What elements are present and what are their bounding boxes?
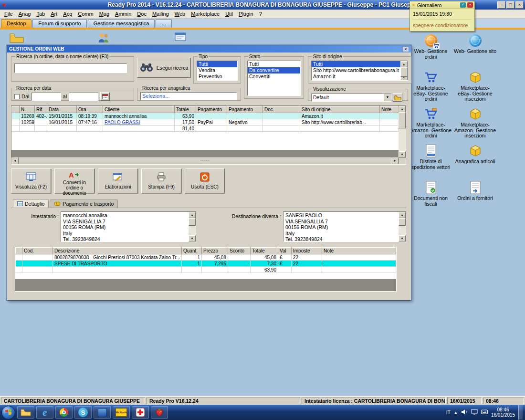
volume-icon[interactable] <box>461 409 468 416</box>
column-header[interactable] <box>16 248 22 254</box>
taskbar-internet-explorer-button[interactable]: e <box>36 406 53 419</box>
stampa-button[interactable]: Stampa (F9) <box>141 168 181 193</box>
menu-item[interactable]: Ammin <box>112 10 134 18</box>
column-header[interactable]: Rif. <box>35 106 47 113</box>
taskbar-redcross-button[interactable] <box>132 406 149 419</box>
tray-expand-icon[interactable]: ▲ <box>454 410 458 415</box>
orders-vertical-scrollbar[interactable]: ▲ ▼ <box>399 106 406 158</box>
visualizzazione-combo[interactable]: Default ▼ <box>311 94 391 102</box>
menu-item[interactable]: Marketplace <box>188 10 222 18</box>
listbox-option[interactable]: Amazon.de <box>312 80 400 80</box>
column-header[interactable]: Sito di origine <box>300 106 380 113</box>
listbox-option[interactable]: Preventivo <box>197 74 237 80</box>
menu-item[interactable]: Comm <box>75 10 96 18</box>
listbox-option[interactable]: Da convertire <box>248 67 300 74</box>
workspace-tab[interactable]: Forum di supporto <box>32 19 86 28</box>
column-header[interactable]: Pagamento <box>227 106 263 113</box>
data-dal-input[interactable] <box>32 93 61 101</box>
search-input[interactable] <box>14 63 127 73</box>
customer-link-cell[interactable]: PAOLO GRASSI <box>103 119 175 126</box>
taskbar-explorer-button[interactable] <box>17 406 34 419</box>
toolbar-folder-icon[interactable] <box>10 32 24 44</box>
minimize-icon[interactable]: – <box>497 1 505 9</box>
column-header[interactable]: Pagamento <box>196 106 227 113</box>
column-header[interactable]: Sconto <box>228 248 251 254</box>
column-header[interactable]: N. <box>20 106 35 113</box>
anagrafica-select[interactable]: Seleziona... <box>140 92 237 100</box>
desktop-icon-amazon-gestione-inserzioni[interactable]: Marketplace- Amazon- Gestione inserzioni <box>454 107 497 144</box>
listbox-option[interactable]: Amazon.it <box>312 74 400 80</box>
column-header[interactable]: Cliente <box>103 106 175 113</box>
scroll-up-icon[interactable]: ▲ <box>400 61 408 67</box>
workspace-tab[interactable]: Gestione messaggistica <box>88 19 155 28</box>
column-header[interactable]: Totale <box>251 248 278 254</box>
menu-item[interactable]: ? <box>256 10 265 18</box>
intestatario-textarea[interactable]: mannocchi annalisa VIA SENIGALLIA 7 0015… <box>61 211 196 242</box>
desktop-icon-web-gestione-ordini[interactable]: Web- Gestione ordini <box>410 33 452 70</box>
destinazione-textarea[interactable]: SANESI PAOLO VIA SENIGALLIA 7 00156 ROMA… <box>283 211 406 242</box>
menu-item[interactable]: Art <box>48 10 60 18</box>
menu-item[interactable]: File <box>1 10 16 18</box>
start-button[interactable] <box>1 406 15 420</box>
intestatario-scrollbar[interactable]: ▲ ▼ <box>189 212 196 242</box>
dialog-close-icon[interactable]: × <box>402 46 409 52</box>
table-row[interactable]: SPESE DI TRASPORTO17,2957,30€22 <box>16 261 396 267</box>
menu-item[interactable]: Tab <box>33 10 48 18</box>
converti-button[interactable]: A Converti in ordine o documento <box>54 168 94 193</box>
chevron-down-icon[interactable]: ▼ <box>384 94 391 101</box>
scroll-up-icon[interactable]: ▲ <box>399 106 406 112</box>
column-header[interactable]: Data <box>47 106 77 113</box>
column-header[interactable]: Ora <box>77 106 103 113</box>
column-header[interactable]: Imposte <box>292 248 322 254</box>
visualizza-button[interactable]: Visualizza (F2) <box>11 168 51 193</box>
show-desktop-button[interactable] <box>518 405 523 420</box>
menu-item[interactable]: Mag <box>96 10 112 18</box>
scroll-left-icon[interactable]: ◄ <box>11 158 19 164</box>
column-header[interactable]: Val <box>278 248 292 254</box>
column-header[interactable]: Descrizione <box>53 248 182 254</box>
taskbar-strawberry-button[interactable] <box>151 406 168 419</box>
scroll-down-icon[interactable]: ▼ <box>399 235 406 242</box>
scroll-up-icon[interactable]: ▲ <box>189 212 196 218</box>
listbox-option[interactable]: Tutti <box>312 61 400 67</box>
close-icon[interactable]: × <box>515 1 524 9</box>
esegui-ricerca-button[interactable]: Esegui ricerca <box>137 58 190 78</box>
destinazione-scrollbar[interactable]: ▲ ▼ <box>399 212 406 242</box>
column-header[interactable]: Quant. <box>182 248 202 254</box>
toolbar-contacts-icon[interactable] <box>97 32 110 44</box>
column-header[interactable] <box>12 106 20 113</box>
scroll-right-icon[interactable]: ► <box>391 158 399 164</box>
dal-checkbox[interactable] <box>14 94 20 99</box>
language-indicator[interactable]: IT <box>446 410 451 415</box>
column-header[interactable]: Doc. <box>263 106 300 113</box>
sito-scrollbar[interactable]: ▲ ▼ <box>400 61 408 80</box>
tab-dettaglio[interactable]: Dettaglio <box>13 199 49 208</box>
taskbar-chrome-button[interactable] <box>55 406 73 419</box>
uscita-button[interactable]: Uscita (ESC) <box>185 168 225 193</box>
scroll-thumb[interactable]: ····· <box>19 158 391 164</box>
scroll-thumb[interactable] <box>399 112 406 128</box>
desktop-icon-ebay-gestione-ordini[interactable]: Marketplace- eBay- Gestione ordini <box>410 70 452 107</box>
desktop-icon-web-gestione-sito[interactable]: Web- Gestione sito <box>454 33 497 70</box>
keyboard-icon[interactable] <box>481 410 488 415</box>
scroll-down-icon[interactable]: ▼ <box>189 235 196 242</box>
reminder-header[interactable]: ☀ Giornaliero ✓ × <box>410 1 474 9</box>
column-header[interactable]: Cod. <box>22 248 53 254</box>
menu-item[interactable]: Doc <box>134 10 149 18</box>
maximize-icon[interactable]: □ <box>506 1 514 9</box>
listbox-option[interactable]: Tutti <box>248 61 300 67</box>
desktop-icon-distinte-spedizione[interactable]: Distinte di spedizione vettori <box>410 144 452 180</box>
desktop-icon-amazon-gestione-ordini[interactable]: Marketplace- Amazon- Gestione ordini <box>410 107 452 144</box>
workspace-tab[interactable]: Desktop <box>1 19 32 28</box>
listbox-option[interactable]: Tutti <box>197 61 237 67</box>
reminder-close-icon[interactable]: × <box>467 2 473 8</box>
scroll-thumb[interactable] <box>399 218 406 226</box>
scroll-thumb[interactable] <box>189 218 196 226</box>
calendar-button[interactable] <box>100 92 110 101</box>
taskbar-skype-button[interactable]: S <box>74 406 92 419</box>
data-al-input[interactable] <box>69 93 98 101</box>
column-header[interactable]: Note <box>322 248 396 254</box>
desktop-icon-ebay-gestione-inserzioni[interactable]: Marketplace- eBay- Gestione inserzioni <box>454 70 497 107</box>
column-header[interactable]: Note <box>380 106 399 113</box>
tipo-listbox[interactable]: TuttiVenditaPreventivo <box>197 61 238 81</box>
